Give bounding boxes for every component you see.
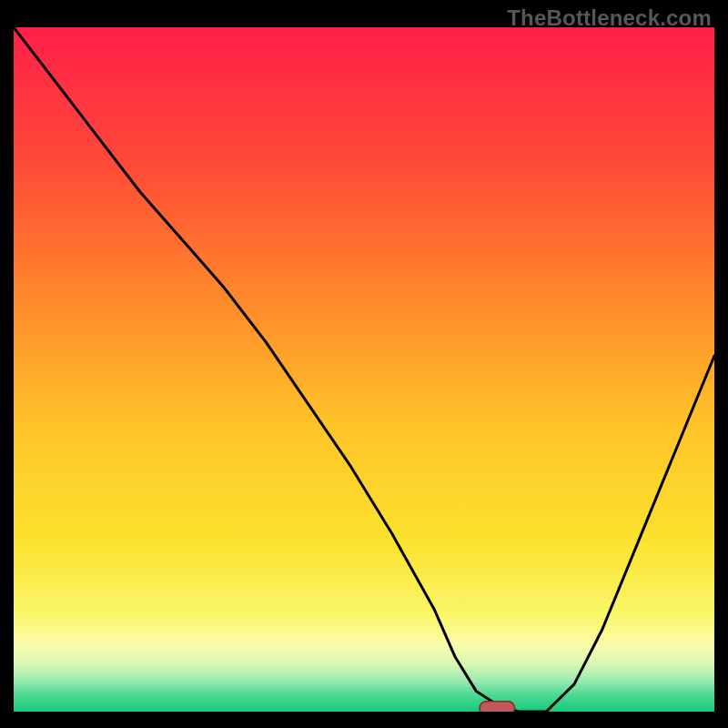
chart-svg <box>14 27 714 712</box>
chart-frame: TheBottleneck.com <box>0 0 728 728</box>
plot-area <box>14 27 714 712</box>
watermark-text: TheBottleneck.com <box>507 5 712 31</box>
optimal-marker <box>480 702 515 712</box>
